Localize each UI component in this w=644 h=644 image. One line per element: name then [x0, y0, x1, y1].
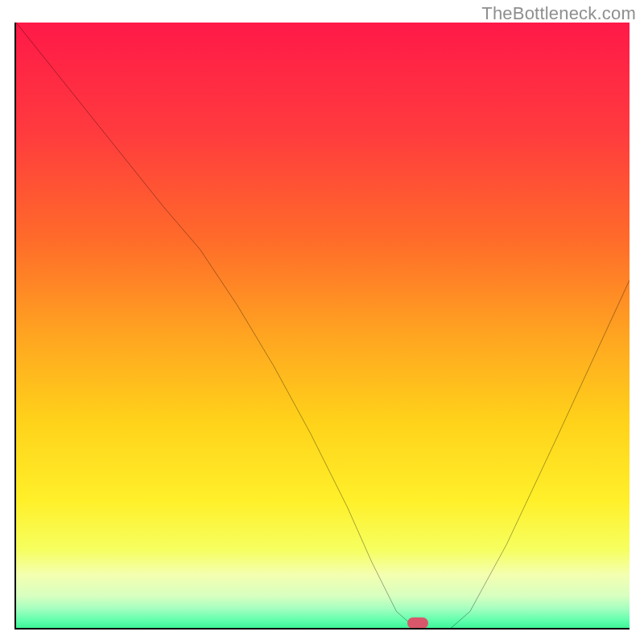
bottleneck-curve: [16, 23, 630, 630]
plot-area: [14, 23, 630, 630]
chart-container: TheBottleneck.com: [0, 0, 644, 644]
optimal-point-marker: [407, 617, 428, 629]
attribution-label: TheBottleneck.com: [481, 3, 636, 24]
